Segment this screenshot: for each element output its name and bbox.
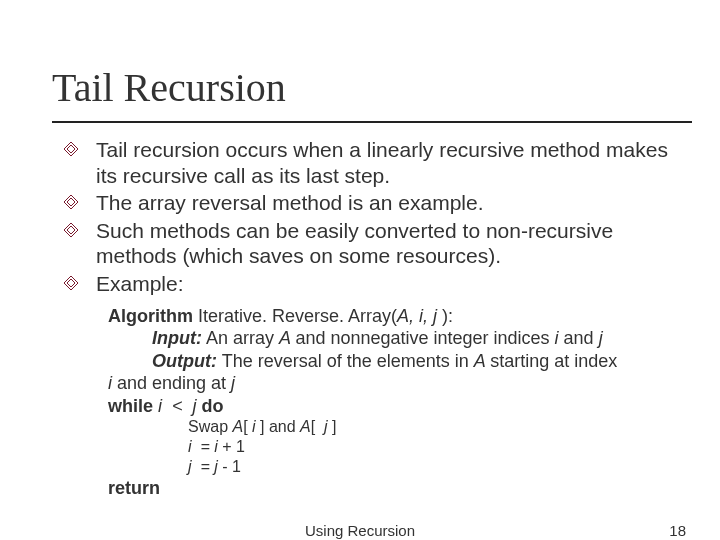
title-divider [52,121,692,123]
slide-title: Tail Recursion [52,56,680,111]
algo-return: return [108,477,680,500]
algo-inc-i: i = i + 1 [108,437,680,457]
algo-dec-j: j = j - 1 [108,457,680,477]
bullet-text: Example: [96,272,184,295]
diamond-icon [64,276,78,290]
list-item: Such methods can be easily converted to … [96,218,680,269]
bullet-text: The array reversal method is an example. [96,191,484,214]
list-item: Example: [96,271,680,297]
bullet-list: Tail recursion occurs when a linearly re… [56,137,680,297]
bullet-text: Tail recursion occurs when a linearly re… [96,138,668,187]
algo-input: Input: An array A and nonnegative intege… [108,327,680,350]
algo-signature: Algorithm Iterative. Reverse. Array(A, i… [108,305,680,328]
algo-output: Output: The reversal of the elements in … [108,350,680,373]
list-item: The array reversal method is an example. [96,190,680,216]
algo-swap: Swap A[ i ] and A[ j ] [108,417,680,437]
footer-title: Using Recursion [0,522,720,539]
slide: Tail Recursion Tail recursion occurs whe… [0,0,720,540]
diamond-icon [64,195,78,209]
diamond-icon [64,223,78,237]
bullet-text: Such methods can be easily converted to … [96,219,613,268]
diamond-icon [64,142,78,156]
algo-while: while i < j do [108,395,680,418]
algorithm-block: Algorithm Iterative. Reverse. Array(A, i… [108,305,680,500]
page-number: 18 [669,522,686,539]
list-item: Tail recursion occurs when a linearly re… [96,137,680,188]
algo-output-cont: i and ending at j [108,372,680,395]
